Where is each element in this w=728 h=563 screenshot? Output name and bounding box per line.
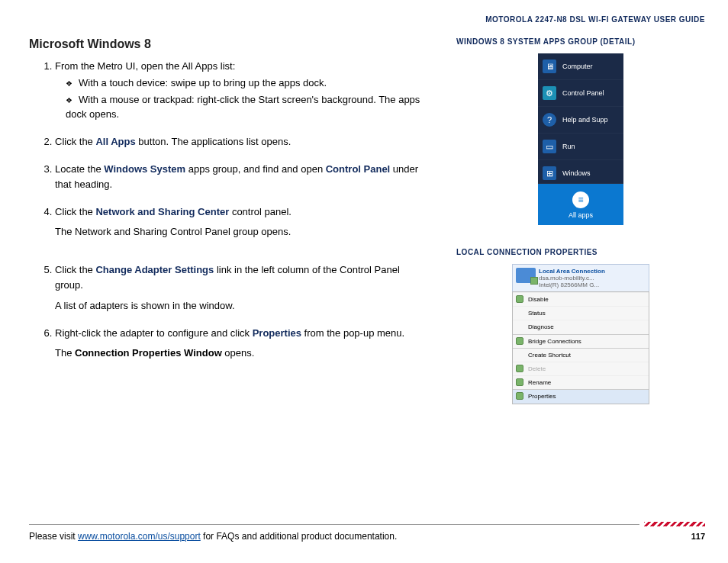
lcp-status: Status — [513, 306, 649, 320]
page-number: 117 — [691, 532, 705, 541]
win8-all-apps-label: All apps — [538, 211, 623, 219]
step-5: Click the Change Adapter Settings link i… — [55, 262, 426, 313]
win8-label-help: Help and Supp — [562, 116, 608, 124]
step-1-sub-a: With a touch device: swipe up to bring u… — [66, 76, 426, 91]
lcp-diagnose: Diagnose — [513, 320, 649, 333]
win8-row-run: ▭ Run — [538, 134, 623, 160]
win8-row-control-panel: ⚙ Control Panel — [538, 80, 623, 107]
lcp-properties: Properties — [513, 389, 649, 403]
control-panel-icon: ⚙ — [543, 86, 556, 100]
lcp-adapter: Local Area Connection dsa.mob-mobility.c… — [512, 264, 649, 292]
step-3-b: Windows System — [104, 163, 185, 175]
step-4-c: control panel. — [229, 206, 292, 217]
win8-all-apps: ≡ All apps — [538, 184, 623, 225]
step-1-sub-b: With a mouse or trackpad: right-click th… — [66, 92, 426, 122]
windows-icon: ⊞ — [543, 166, 556, 180]
shield-icon — [516, 337, 523, 345]
win8-row-computer: 🖥 Computer — [538, 53, 623, 80]
step-6-p: The Connection Properties Window opens. — [55, 346, 426, 361]
step-5-p: A list of adapters is shown in the windo… — [55, 298, 426, 314]
step-2-a: Click the — [55, 136, 95, 147]
lcp-rename: Rename — [513, 375, 649, 389]
step-2-b: All Apps — [95, 136, 135, 147]
step-4-b: Network and Sharing Center — [95, 206, 229, 217]
lcp-context-menu: Disable Status Diagnose Bridge Connectio… — [512, 291, 649, 404]
step-3-c: apps group, and find and open — [185, 163, 326, 175]
shield-icon — [516, 378, 523, 386]
step-5-a: Click the — [55, 264, 95, 275]
help-icon: ? — [543, 113, 556, 127]
footer-rule — [29, 524, 639, 525]
step-list: From the Metro UI, open the All Apps lis… — [29, 59, 426, 361]
lcp-bridge: Bridge Connections — [513, 334, 649, 348]
step-6-a: Right-click the adapter to configure and… — [55, 327, 253, 339]
lcp-disable: Disable — [513, 292, 649, 306]
lcp-delete: Delete — [513, 362, 649, 375]
page-footer: Please visit www.motorola.com/us/support… — [29, 522, 705, 542]
all-apps-icon: ≡ — [572, 191, 589, 208]
step-5-b: Change Adapter Settings — [95, 264, 214, 275]
section-title: Microsoft Windows 8 — [29, 37, 426, 51]
win8-row-help: ? Help and Supp — [538, 107, 623, 134]
step-6-b: Properties — [253, 327, 301, 339]
win8-row-windows: ⊞ Windows — [538, 160, 623, 184]
win8-label-computer: Computer — [562, 63, 593, 70]
step-6: Right-click the adapter to configure and… — [55, 326, 426, 361]
step-2: Click the All Apps button. The applicati… — [55, 134, 426, 150]
footer-stripes — [644, 522, 705, 526]
step-6-c: from the pop-up menu. — [301, 327, 404, 339]
step-1: From the Metro UI, open the All Apps lis… — [55, 59, 426, 122]
step-3-d: Control Panel — [326, 163, 391, 175]
computer-icon: 🖥 — [543, 60, 556, 73]
doc-header-title: MOTOROLA 2247-N8 DSL WI-FI GATEWAY USER … — [29, 15, 705, 24]
win8-label-control-panel: Control Panel — [562, 89, 604, 97]
figures-column: WINDOWS 8 SYSTEM APPS GROUP (DETAIL) 🖥 C… — [456, 37, 705, 404]
win8-label-windows: Windows — [562, 169, 591, 177]
support-link[interactable]: www.motorola.com/us/support — [78, 531, 201, 542]
win8-apps-panel: 🖥 Computer ⚙ Control Panel ? Help and Su… — [538, 53, 623, 225]
instructions-column: Microsoft Windows 8 From the Metro UI, o… — [29, 37, 426, 404]
win8-label-run: Run — [562, 143, 575, 150]
lcp-title: Local Area Connection — [539, 268, 605, 275]
step-3-a: Locate the — [55, 163, 104, 175]
shield-icon — [516, 365, 523, 372]
step-4: Click the Network and Sharing Center con… — [55, 204, 426, 240]
run-icon: ▭ — [543, 140, 556, 153]
local-connection-figure: Local Area Connection dsa.mob-mobility.c… — [512, 264, 649, 404]
step-4-p: The Network and Sharing Control Panel gr… — [55, 224, 426, 240]
lcp-sub: dsa.mob-mobility.c... Intel(R) 82566MM G… — [539, 275, 605, 288]
step-3: Locate the Windows System apps group, an… — [55, 162, 426, 192]
figure-1-caption: WINDOWS 8 SYSTEM APPS GROUP (DETAIL) — [456, 37, 705, 46]
shield-icon — [516, 295, 523, 303]
lcp-shortcut: Create Shortcut — [513, 348, 649, 362]
footer-text: Please visit www.motorola.com/us/support… — [29, 531, 397, 542]
step-2-c: button. The applications list opens. — [136, 136, 292, 147]
network-adapter-icon — [516, 268, 536, 283]
step-1-text: From the Metro UI, open the All Apps lis… — [55, 60, 235, 72]
shield-icon — [516, 392, 523, 400]
step-4-a: Click the — [55, 206, 95, 217]
figure-2-caption: LOCAL CONNECTION PROPERTIES — [456, 248, 705, 256]
